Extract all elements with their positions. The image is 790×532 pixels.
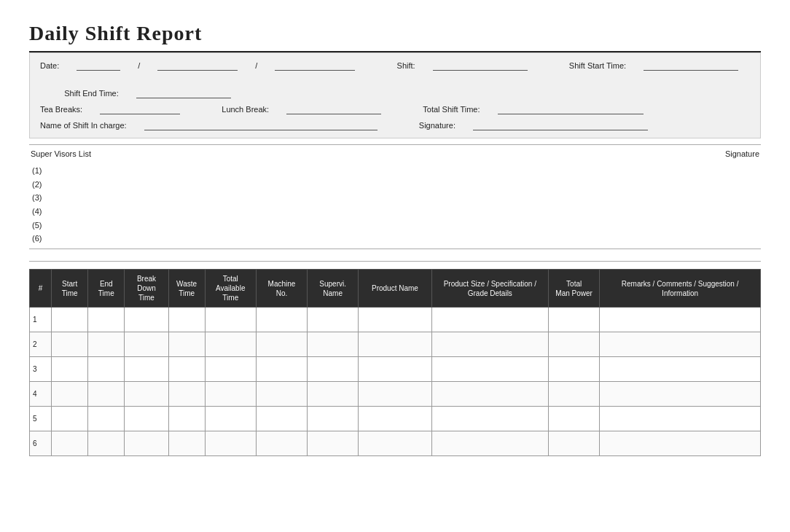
table-cell[interactable] (52, 357, 88, 382)
supervisor-item-4: (4) (32, 205, 758, 219)
table-cell[interactable] (88, 407, 125, 431)
tea-breaks-field[interactable] (100, 104, 180, 114)
table-cell[interactable]: 4 (30, 382, 52, 407)
table-cell[interactable] (549, 332, 600, 357)
supervisor-item-6: (6) (32, 232, 758, 246)
table-cell[interactable] (52, 431, 88, 456)
table-cell[interactable] (125, 357, 168, 382)
total-shift-field[interactable] (498, 104, 644, 114)
signature-field[interactable] (473, 120, 648, 130)
table-cell[interactable] (88, 357, 125, 382)
shift-table: # StartTime EndTime BreakDownTime WasteT… (29, 269, 761, 456)
table-cell[interactable] (549, 308, 600, 332)
table-cell[interactable] (205, 382, 256, 407)
table-cell[interactable] (125, 332, 168, 357)
table-cell[interactable] (256, 407, 307, 431)
table-cell[interactable] (431, 357, 548, 382)
form-row-date: Date: / / Shift: Shift Start Time: Shift… (40, 60, 750, 98)
table-cell[interactable] (600, 382, 761, 407)
table-cell[interactable] (88, 382, 125, 407)
table-cell[interactable] (52, 308, 88, 332)
table-cell[interactable] (256, 431, 307, 456)
table-cell[interactable]: 5 (30, 407, 52, 431)
supervisor-item-2: (2) (32, 178, 758, 192)
table-cell[interactable] (205, 431, 256, 456)
table-cell[interactable] (600, 357, 761, 382)
table-cell[interactable] (359, 308, 431, 332)
table-cell[interactable] (431, 431, 548, 456)
table-cell[interactable] (549, 431, 600, 456)
shift-label: Shift: (397, 61, 415, 70)
col-header-spec: Product Size / Specification /Grade Deta… (431, 270, 548, 308)
table-cell[interactable]: 1 (30, 308, 52, 332)
table-cell[interactable] (431, 407, 548, 431)
shift-field[interactable] (433, 60, 528, 71)
table-cell[interactable] (359, 332, 431, 357)
table-cell[interactable] (205, 332, 256, 357)
lunch-break-label: Lunch Break: (222, 105, 269, 114)
table-cell[interactable] (308, 308, 359, 332)
table-cell[interactable]: 6 (30, 431, 52, 456)
table-cell[interactable] (205, 357, 256, 382)
table-cell[interactable] (600, 332, 761, 357)
table-cell[interactable] (125, 308, 168, 332)
table-cell[interactable] (549, 382, 600, 407)
lunch-break-field[interactable] (286, 104, 381, 114)
table-cell[interactable] (125, 407, 168, 431)
shift-start-field[interactable] (644, 60, 738, 71)
date-month-field[interactable] (157, 60, 238, 71)
table-cell[interactable] (359, 407, 431, 431)
table-cell[interactable] (168, 431, 205, 456)
table-cell[interactable] (600, 308, 761, 332)
table-cell[interactable] (256, 308, 307, 332)
shift-end-field[interactable] (136, 88, 231, 98)
shift-start-label: Shift Start Time: (569, 61, 626, 70)
table-cell[interactable] (600, 431, 761, 456)
table-cell[interactable] (549, 357, 600, 382)
table-cell[interactable] (600, 407, 761, 431)
table-cell[interactable] (359, 431, 431, 456)
table-cell[interactable] (88, 431, 125, 456)
table-cell[interactable] (168, 407, 205, 431)
table-cell[interactable] (308, 431, 359, 456)
table-cell[interactable] (205, 407, 256, 431)
col-header-num: # (30, 270, 52, 308)
col-header-machine: MachineNo. (256, 270, 307, 308)
table-cell[interactable] (256, 332, 307, 357)
table-cell[interactable] (125, 431, 168, 456)
table-cell[interactable] (308, 357, 359, 382)
table-cell[interactable] (431, 382, 548, 407)
table-cell[interactable] (88, 332, 125, 357)
table-cell[interactable] (168, 308, 205, 332)
table-cell[interactable] (168, 382, 205, 407)
table-cell[interactable] (52, 407, 88, 431)
table-cell[interactable] (52, 332, 88, 357)
name-field[interactable] (144, 120, 378, 130)
col-header-start: StartTime (52, 270, 88, 308)
table-cell[interactable] (308, 382, 359, 407)
table-cell[interactable] (549, 407, 600, 431)
date-day-field[interactable] (77, 60, 120, 71)
table-cell[interactable] (168, 332, 205, 357)
table-cell[interactable] (256, 382, 307, 407)
table-cell[interactable] (52, 382, 88, 407)
table-cell[interactable] (88, 308, 125, 332)
table-cell[interactable]: 2 (30, 332, 52, 357)
table-cell[interactable] (125, 382, 168, 407)
col-header-waste: WasteTime (168, 270, 205, 308)
table-cell[interactable] (205, 308, 256, 332)
table-cell[interactable] (359, 382, 431, 407)
table-cell[interactable] (431, 308, 548, 332)
table-cell[interactable] (256, 357, 307, 382)
date-year-field[interactable] (275, 60, 355, 71)
col-header-supervi: Supervi.Name (308, 270, 359, 308)
table-cell[interactable] (431, 332, 548, 357)
table-cell[interactable] (168, 357, 205, 382)
signature-label: Signature: (419, 121, 455, 130)
table-cell[interactable]: 3 (30, 357, 52, 382)
table-row: 4 (30, 382, 761, 407)
table-cell[interactable] (359, 357, 431, 382)
table-cell[interactable] (308, 332, 359, 357)
table-cell[interactable] (308, 407, 359, 431)
supervisors-section: Super Visors List Signature (1) (2) (3) … (29, 144, 761, 249)
